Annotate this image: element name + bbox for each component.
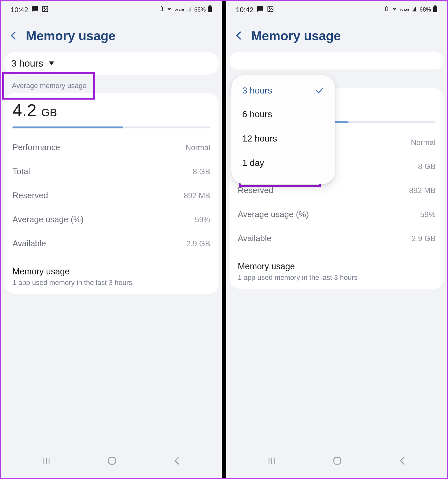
- svg-rect-12: [386, 7, 388, 11]
- stat-avg-pct: Average usage (%) 59%: [238, 202, 436, 226]
- usage-progress-bar: [12, 126, 210, 128]
- check-icon: [315, 85, 324, 96]
- stat-value: 8 GB: [193, 167, 210, 176]
- stat-reserved: Reserved 892 MB: [12, 183, 210, 207]
- alarm-icon: [384, 6, 389, 13]
- battery-icon: [208, 5, 212, 14]
- stat-value: 59%: [420, 210, 436, 219]
- page-title: Memory usage: [26, 29, 116, 43]
- memory-usage-subtitle: 1 app used memory in the last 3 hours: [12, 279, 210, 287]
- back-button[interactable]: [398, 456, 406, 467]
- stat-value: 59%: [195, 215, 210, 224]
- wifi-icon: [391, 6, 398, 14]
- divider: [12, 260, 210, 260]
- status-bar: 10:42 Vo LTE 68%: [1, 1, 222, 17]
- android-navbar: [226, 447, 447, 478]
- battery-icon: [433, 5, 437, 14]
- stat-value: 2.9 GB: [186, 239, 210, 248]
- popup-selected-option[interactable]: 3 hours: [239, 83, 327, 102]
- volte-icon: Vo LTE: [174, 8, 184, 11]
- svg-rect-4: [209, 5, 211, 6]
- stat-label: Average usage (%): [12, 215, 84, 224]
- recents-button[interactable]: [42, 456, 51, 467]
- stat-value: 892 MB: [409, 186, 436, 195]
- svg-rect-13: [433, 6, 437, 12]
- stat-value: 892 MB: [184, 191, 210, 200]
- picture-icon: [267, 5, 274, 14]
- picture-icon: [42, 5, 49, 14]
- phone-screenshot-right: 10:42 Vo LTE 68%: [226, 1, 447, 478]
- svg-point-1: [44, 8, 45, 9]
- memory-usage-subtitle: 1 app used memory in the last 3 hours: [238, 273, 436, 282]
- alarm-icon: [158, 6, 164, 13]
- status-bar: 10:42 Vo LTE 68%: [226, 1, 447, 17]
- svg-rect-9: [108, 457, 115, 464]
- popup-option-12h[interactable]: 12 hours: [239, 126, 327, 151]
- stat-label: Available: [238, 233, 271, 243]
- stat-value: Normal: [186, 143, 210, 152]
- signal-icon: [186, 6, 192, 14]
- divider: [238, 255, 436, 255]
- popup-selected-label: 3 hours: [242, 85, 272, 96]
- chat-icon: [31, 5, 38, 14]
- recents-button[interactable]: [267, 456, 276, 467]
- svg-rect-14: [434, 5, 436, 6]
- chat-icon: [257, 5, 264, 14]
- stat-total: Total 8 GB: [12, 159, 210, 183]
- stat-label: Total: [12, 166, 30, 176]
- home-button[interactable]: [332, 456, 342, 467]
- dropdown-triangle-icon: [49, 61, 54, 65]
- stat-available: Available 2.9 GB: [12, 231, 210, 256]
- stat-value: 8 GB: [418, 162, 436, 171]
- memory-usage-link[interactable]: Memory usage 1 app used memory in the la…: [238, 262, 436, 282]
- page-title: Memory usage: [251, 29, 341, 43]
- page-header: Memory usage: [226, 17, 447, 52]
- memory-stats-card: 4.2 GB Performance Normal Total 8 GB Res…: [4, 93, 219, 294]
- battery-percent: 68%: [194, 6, 206, 13]
- battery-percent: 68%: [420, 6, 431, 13]
- usage-number: 4.2: [12, 101, 36, 120]
- stat-value: Normal: [411, 138, 436, 147]
- signal-icon: [411, 6, 418, 14]
- page-header: Memory usage: [1, 17, 222, 52]
- svg-rect-18: [334, 457, 340, 464]
- android-navbar: [1, 447, 222, 478]
- status-time: 10:42: [11, 6, 28, 14]
- back-icon[interactable]: [236, 31, 242, 42]
- phone-screenshot-left: 10:42 Vo LTE 68%: [1, 1, 222, 478]
- time-range-popup[interactable]: 3 hours 6 hours 12 hours 1 day: [231, 75, 335, 184]
- stat-available: Available 2.9 GB: [238, 226, 436, 250]
- memory-usage-link[interactable]: Memory usage 1 app used memory in the la…: [12, 267, 210, 287]
- stat-value: 2.9 GB: [412, 234, 436, 243]
- svg-rect-2: [160, 7, 163, 11]
- avg-usage-value: 4.2 GB: [12, 100, 210, 120]
- time-range-dropdown[interactable]: .: [229, 52, 444, 69]
- svg-point-11: [269, 8, 270, 9]
- time-range-dropdown[interactable]: 3 hours: [4, 52, 219, 75]
- stat-label: Performance: [12, 142, 60, 152]
- usage-unit: GB: [41, 106, 57, 118]
- home-button[interactable]: [107, 456, 117, 467]
- popup-option-1d[interactable]: 1 day: [239, 151, 327, 175]
- stat-label: Average usage (%): [238, 209, 309, 219]
- wifi-icon: [166, 6, 172, 14]
- memory-usage-title: Memory usage: [238, 262, 436, 272]
- section-label: Average memory usage: [1, 80, 222, 93]
- volte-icon: Vo LTE: [400, 8, 409, 11]
- popup-option-6h[interactable]: 6 hours: [239, 102, 327, 126]
- back-icon[interactable]: [11, 31, 16, 42]
- stat-label: Reserved: [238, 185, 273, 195]
- stat-performance: Performance Normal: [12, 135, 210, 159]
- memory-usage-title: Memory usage: [12, 267, 210, 277]
- dropdown-selected-label: 3 hours: [11, 58, 43, 69]
- status-time: 10:42: [236, 6, 253, 14]
- back-button[interactable]: [173, 456, 181, 467]
- stat-avg-pct: Average usage (%) 59%: [12, 207, 210, 231]
- usage-progress-fill: [12, 126, 123, 128]
- stat-label: Reserved: [12, 191, 48, 200]
- stat-label: Available: [12, 239, 46, 248]
